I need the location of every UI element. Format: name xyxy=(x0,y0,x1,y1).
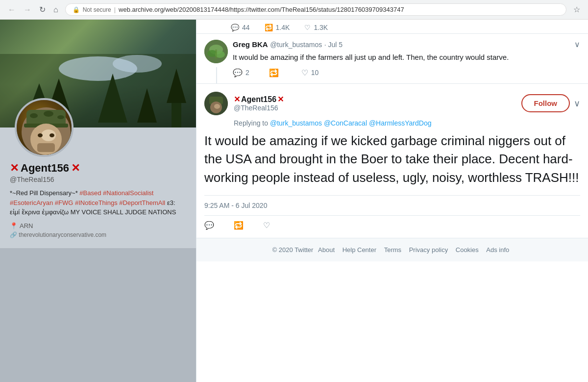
like-icon: ♡ xyxy=(301,68,308,77)
svg-point-17 xyxy=(38,133,43,137)
main-user-info: ✕ Agent156 ✕ @TheReal156 xyxy=(234,95,284,112)
browser-chrome: ← → ↻ ⌂ 🔒 Not secure | web.archive.org/w… xyxy=(0,0,588,20)
greg-username-row: Greg BKA @turk_bustamos · Jul 5 ∨ xyxy=(233,40,580,49)
profile-bio: *~Red Pill Dispensary~* #Based #National… xyxy=(10,188,186,217)
reply-icon-top: 💬 xyxy=(231,24,239,31)
greg-name-handle: Greg BKA @turk_bustamos · Jul 5 xyxy=(233,40,343,49)
main-retweet-action[interactable]: 🔁 xyxy=(234,221,244,230)
bio-link-fwg[interactable]: #FWG xyxy=(55,199,74,206)
bio-link-ea[interactable]: #EsotericAryan xyxy=(10,199,53,206)
url-text: web.archive.org/web/20200813174448/https… xyxy=(119,6,404,13)
profile-name: ✕ Agent156 ✕ xyxy=(10,162,186,175)
greg-tweet-body: It would be amazing if the farmers all j… xyxy=(233,52,580,63)
username-text: Agent156 xyxy=(21,162,69,175)
back-button[interactable]: ← xyxy=(5,3,19,16)
footer-help[interactable]: Help Center xyxy=(343,246,376,254)
svg-point-13 xyxy=(44,111,53,117)
svg-point-14 xyxy=(57,115,64,119)
footer-copyright: © 2020 Twitter xyxy=(272,246,314,254)
main-tweet-actions: 💬 🔁 ♡ xyxy=(204,215,580,238)
bio-link-deport[interactable]: #DeportThemAll xyxy=(119,199,165,206)
greg-chevron-icon[interactable]: ∨ xyxy=(574,40,580,49)
retweet-icon-top: 🔁 xyxy=(265,24,273,31)
greg-like-action[interactable]: ♡ 10 xyxy=(301,68,319,77)
profile-handle: @TheReal156 xyxy=(10,176,186,183)
profile-website-link[interactable]: 🔗 therevolutionaryconservative.com xyxy=(10,231,106,238)
bio-text-prefix: *~Red Pill Dispensary~* xyxy=(10,189,79,197)
tweet-area: 💬 44 🔁 1.4K ♡ 1.3K xyxy=(196,20,588,261)
greg-name: Greg BKA xyxy=(233,40,268,49)
home-button[interactable]: ⌂ xyxy=(50,3,61,16)
follow-button[interactable]: Follow xyxy=(521,94,570,112)
main-tweet-user: ✕ Agent156 ✕ @TheReal156 xyxy=(204,92,284,115)
profile-location: 📍 ARN xyxy=(10,222,186,229)
like-count-top: 1.3K xyxy=(314,24,328,31)
main-reply-icon: 💬 xyxy=(204,221,214,230)
replying-to-label: Replying to xyxy=(234,119,270,127)
bio-link-inotice[interactable]: #INoticeThings xyxy=(75,199,118,206)
tweet-header-greg: Greg BKA @turk_bustamos · Jul 5 ∨ It wou… xyxy=(204,40,580,77)
svg-rect-7 xyxy=(172,103,181,127)
profile-sidebar: ✕ Agent156 ✕ @TheReal156 *~Red Pill Disp… xyxy=(0,20,196,382)
address-bar[interactable]: 🔒 Not secure | web.archive.org/web/20200… xyxy=(65,3,566,16)
greg-avatar[interactable] xyxy=(204,40,228,63)
main-reply-action[interactable]: 💬 xyxy=(204,221,214,230)
main-like-icon: ♡ xyxy=(263,221,270,230)
bio-link-ns[interactable]: #NationalSocialist xyxy=(103,189,153,197)
main-tweet-chevron-icon[interactable]: ∨ xyxy=(574,98,580,109)
stat-likes: ♡ 1.3K xyxy=(304,24,328,31)
forward-button[interactable]: → xyxy=(21,3,34,16)
main-tweet-body: It would be amazing if we kicked garbage… xyxy=(204,132,580,187)
greg-tweet-meta: Greg BKA @turk_bustamos · Jul 5 ∨ It wou… xyxy=(233,40,580,77)
main-tweet-name: ✕ Agent156 ✕ xyxy=(234,95,284,104)
reply-mention-3[interactable]: @HarmlessYardDog xyxy=(369,119,432,127)
main-x-left: ✕ xyxy=(234,95,240,104)
avatar-image xyxy=(17,100,72,155)
main-x-right: ✕ xyxy=(277,95,284,104)
main-tweet-handle: @TheReal156 xyxy=(234,104,284,112)
profile-website: 🔗 therevolutionaryconservative.com xyxy=(10,231,186,238)
footer-terms[interactable]: Terms xyxy=(384,246,401,254)
main-tweet-avatar[interactable] xyxy=(204,92,228,115)
svg-rect-19 xyxy=(37,143,55,152)
footer-ads[interactable]: Ads info xyxy=(486,246,509,254)
stat-retweets: 🔁 1.4K xyxy=(265,24,290,31)
reload-button[interactable]: ↻ xyxy=(36,3,49,16)
bookmark-button[interactable]: ☆ xyxy=(570,3,583,16)
main-retweet-icon: 🔁 xyxy=(234,221,244,230)
lock-icon: 🔒 xyxy=(73,6,80,13)
greg-tweet-actions: 💬 2 🔁 ♡ 10 xyxy=(233,68,580,77)
footer-cookies[interactable]: Cookies xyxy=(456,246,479,254)
thread-line xyxy=(216,67,217,83)
reply-icon: 💬 xyxy=(233,68,243,77)
previous-tweet: Greg BKA @turk_bustamos · Jul 5 ∨ It wou… xyxy=(196,34,588,84)
reply-mention-1[interactable]: @turk_bustamos xyxy=(270,119,322,127)
greg-like-count: 10 xyxy=(311,69,319,76)
stat-replies: 💬 44 xyxy=(231,24,250,31)
reply-count-top: 44 xyxy=(242,24,250,31)
main-tweet-header: ✕ Agent156 ✕ @TheReal156 Follow ∨ xyxy=(204,92,580,115)
main-tweet-avatar-image xyxy=(204,92,228,115)
greg-avatar-image xyxy=(204,40,228,63)
footer-about[interactable]: About xyxy=(318,246,335,254)
profile-avatar xyxy=(15,98,74,157)
svg-point-18 xyxy=(49,133,54,137)
greg-retweet-action[interactable]: 🔁 xyxy=(269,68,282,77)
main-layout: ✕ Agent156 ✕ @TheReal156 *~Red Pill Disp… xyxy=(0,20,588,382)
location-pin-icon: 📍 xyxy=(10,222,18,229)
x-mark-left: ✕ xyxy=(10,162,19,175)
profile-background xyxy=(0,20,196,127)
not-secure-label: Not secure xyxy=(83,6,111,13)
like-icon-top: ♡ xyxy=(304,24,311,31)
main-like-action[interactable]: ♡ xyxy=(263,221,270,230)
svg-point-2 xyxy=(113,55,162,73)
footer-privacy[interactable]: Privacy policy xyxy=(409,246,448,254)
location-text: ARN xyxy=(20,222,33,229)
reply-mention-2[interactable]: @ConCaracal xyxy=(324,119,367,127)
retweet-icon: 🔁 xyxy=(269,68,279,77)
greg-handle: @turk_bustamos xyxy=(270,41,322,49)
retweet-count-top: 1.4K xyxy=(276,24,290,31)
svg-point-28 xyxy=(214,104,220,109)
bio-link-based[interactable]: #Based xyxy=(79,189,101,197)
greg-reply-action[interactable]: 💬 2 xyxy=(233,68,249,77)
